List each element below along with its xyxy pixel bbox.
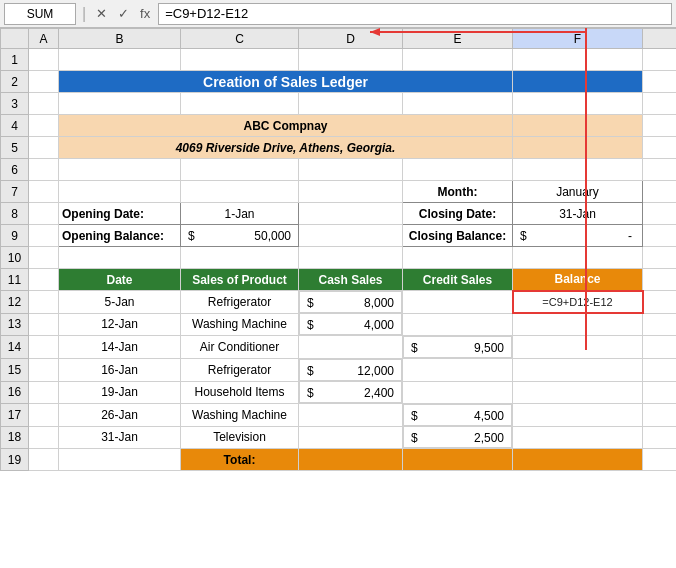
cell-b19[interactable]	[59, 449, 181, 471]
col-date-header[interactable]: Date	[59, 269, 181, 291]
cell-g9[interactable]	[643, 225, 677, 247]
cell-a18[interactable]	[29, 426, 59, 449]
cell-credit-12[interactable]	[403, 291, 513, 314]
cell-cash-14[interactable]	[299, 336, 403, 359]
fx-icon[interactable]: fx	[136, 5, 154, 23]
col-product-header[interactable]: Sales of Product	[181, 269, 299, 291]
cell-g6[interactable]	[643, 159, 677, 181]
cell-product-15[interactable]: Refrigerator	[181, 359, 299, 382]
cell-d8[interactable]	[299, 203, 403, 225]
cell-opening-date-label[interactable]: Opening Date:	[59, 203, 181, 225]
cell-f16[interactable]	[513, 381, 643, 404]
cell-e10[interactable]	[403, 247, 513, 269]
cell-a6[interactable]	[29, 159, 59, 181]
cell-g5[interactable]	[643, 137, 677, 159]
cell-credit-13[interactable]	[403, 313, 513, 336]
cell-company-name[interactable]: ABC Compnay	[59, 115, 513, 137]
col-header-d[interactable]: D	[299, 29, 403, 49]
cell-a8[interactable]	[29, 203, 59, 225]
cell-f5[interactable]	[513, 137, 643, 159]
cell-f13[interactable]	[513, 313, 643, 336]
cell-date-12[interactable]: 5-Jan	[59, 291, 181, 314]
cell-f1[interactable]	[513, 49, 643, 71]
col-balance-header[interactable]: Balance	[513, 269, 643, 291]
cell-month-label[interactable]: Month:	[403, 181, 513, 203]
cell-b10[interactable]	[59, 247, 181, 269]
cell-credit-16[interactable]	[403, 381, 513, 404]
col-header-a[interactable]: A	[29, 29, 59, 49]
cell-closing-date-label[interactable]: Closing Date:	[403, 203, 513, 225]
cell-a16[interactable]	[29, 381, 59, 404]
col-cash-header[interactable]: Cash Sales	[299, 269, 403, 291]
cell-a11[interactable]	[29, 269, 59, 291]
cell-cash-18[interactable]	[299, 426, 403, 449]
cell-total-balance[interactable]	[513, 449, 643, 471]
cell-credit-14[interactable]: $ 9,500	[403, 336, 512, 358]
cell-f4[interactable]	[513, 115, 643, 137]
col-header-b[interactable]: B	[59, 29, 181, 49]
col-header-e[interactable]: E	[403, 29, 513, 49]
cell-c6[interactable]	[181, 159, 299, 181]
cell-closing-balance-label[interactable]: Closing Balance:	[403, 225, 513, 247]
cell-g14[interactable]	[643, 336, 677, 359]
cell-a1[interactable]	[29, 49, 59, 71]
cell-d9[interactable]	[299, 225, 403, 247]
cell-opening-balance-label[interactable]: Opening Balance:	[59, 225, 181, 247]
cell-c10[interactable]	[181, 247, 299, 269]
cell-closing-balance-value[interactable]: $ -	[513, 225, 643, 247]
col-credit-header[interactable]: Credit Sales	[403, 269, 513, 291]
cell-cash-12[interactable]: $ 8,000	[299, 291, 402, 313]
cell-a3[interactable]	[29, 93, 59, 115]
cell-a17[interactable]	[29, 404, 59, 427]
cell-f2[interactable]	[513, 71, 643, 93]
cell-total-cash[interactable]	[299, 449, 403, 471]
cell-date-16[interactable]: 19-Jan	[59, 381, 181, 404]
cell-date-13[interactable]: 12-Jan	[59, 313, 181, 336]
cell-a12[interactable]	[29, 291, 59, 314]
cell-b7[interactable]	[59, 181, 181, 203]
cell-closing-date-value[interactable]: 31-Jan	[513, 203, 643, 225]
cell-g15[interactable]	[643, 359, 677, 382]
confirm-icon[interactable]: ✓	[114, 5, 132, 23]
cell-f17[interactable]	[513, 404, 643, 427]
cell-e6[interactable]	[403, 159, 513, 181]
cell-a4[interactable]	[29, 115, 59, 137]
cell-product-14[interactable]: Air Conditioner	[181, 336, 299, 359]
cell-b1[interactable]	[59, 49, 181, 71]
cell-f15[interactable]	[513, 359, 643, 382]
cell-e3[interactable]	[403, 93, 513, 115]
cell-g16[interactable]	[643, 381, 677, 404]
cell-cash-13[interactable]: $ 4,000	[299, 313, 402, 335]
cell-f14[interactable]	[513, 336, 643, 359]
cell-formula-12[interactable]: =C9+D12-E12	[513, 291, 643, 314]
cell-g3[interactable]	[643, 93, 677, 115]
cell-a7[interactable]	[29, 181, 59, 203]
cell-opening-balance-currency[interactable]: $ 50,000	[181, 225, 299, 247]
formula-input[interactable]	[158, 3, 672, 25]
cell-credit-17[interactable]: $ 4,500	[403, 404, 512, 426]
cell-cash-16[interactable]: $ 2,400	[299, 381, 402, 403]
cell-a2[interactable]	[29, 71, 59, 93]
cell-a19[interactable]	[29, 449, 59, 471]
cell-d10[interactable]	[299, 247, 403, 269]
cell-credit-15[interactable]	[403, 359, 513, 382]
cell-a9[interactable]	[29, 225, 59, 247]
cell-d3[interactable]	[299, 93, 403, 115]
cell-cash-17[interactable]	[299, 404, 403, 427]
cell-product-16[interactable]: Household Items	[181, 381, 299, 404]
cell-date-14[interactable]: 14-Jan	[59, 336, 181, 359]
cell-d7[interactable]	[299, 181, 403, 203]
col-header-g[interactable]	[643, 29, 677, 49]
cell-d1[interactable]	[299, 49, 403, 71]
cell-a14[interactable]	[29, 336, 59, 359]
cell-company-address[interactable]: 4069 Riverside Drive, Athens, Georgia.	[59, 137, 513, 159]
cell-g19[interactable]	[643, 449, 677, 471]
cell-b6[interactable]	[59, 159, 181, 181]
cell-g2[interactable]	[643, 71, 677, 93]
cell-a15[interactable]	[29, 359, 59, 382]
cell-product-12[interactable]: Refrigerator	[181, 291, 299, 314]
cell-g10[interactable]	[643, 247, 677, 269]
cell-total-credit[interactable]	[403, 449, 513, 471]
cell-g1[interactable]	[643, 49, 677, 71]
cell-opening-date-value[interactable]: 1-Jan	[181, 203, 299, 225]
